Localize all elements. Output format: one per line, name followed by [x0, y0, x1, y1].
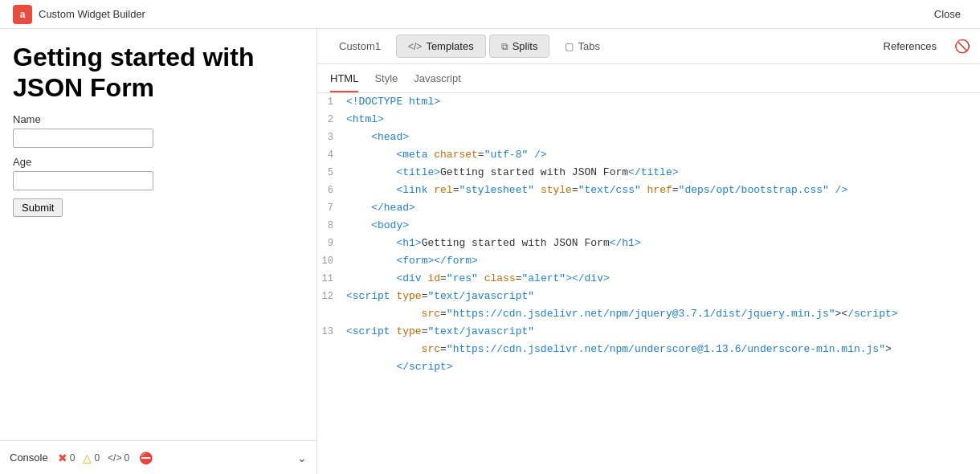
tab-splits-label: Splits	[512, 40, 538, 52]
line-content: <script type="text/javascript" src="http…	[346, 323, 980, 376]
tab-tabs-label: Tabs	[578, 40, 599, 52]
preview-title: Getting started with JSON Form	[13, 42, 304, 104]
preview-title-line2: JSON Form	[13, 73, 154, 102]
code-line-9: 9 <h1>Getting started with JSON Form</h1…	[317, 235, 980, 252]
line-content: <meta charset="utf-8" />	[346, 146, 980, 164]
code-line-5: 5 <title>Getting started with JSON Form<…	[317, 164, 980, 182]
sub-tab-bar: HTML Style Javascript	[317, 64, 980, 93]
app-icon-label: a	[20, 9, 26, 20]
code-line-7: 7 </head>	[317, 199, 980, 217]
chevron-down-icon: ⌄	[297, 452, 307, 464]
tab-splits[interactable]: ⧉ Splits	[489, 35, 550, 58]
line-content: <html>	[346, 111, 980, 129]
line-content: <title>Getting started with JSON Form</t…	[346, 164, 980, 182]
line-content: <body>	[346, 217, 980, 235]
sub-tab-html[interactable]: HTML	[330, 72, 358, 92]
top-bar: a Custom Widget Builder Close	[0, 0, 980, 29]
tab-custom1-label: Custom1	[339, 40, 381, 52]
name-input[interactable]	[13, 129, 153, 148]
line-content: <h1>Getting started with JSON Form</h1>	[346, 235, 980, 252]
console-label: Console	[10, 452, 48, 464]
error-indicator: ✖ 0	[58, 452, 76, 464]
tabs-icon: ▢	[565, 41, 574, 52]
warning-count: 0	[94, 452, 100, 464]
code-line-2: 2<html>	[317, 111, 980, 129]
tab-templates-label: Templates	[426, 40, 473, 52]
code-line-12: 12<script type="text/javascript" src="ht…	[317, 288, 980, 323]
code-line-13: 13<script type="text/javascript" src="ht…	[317, 323, 980, 376]
code-line-10: 10 <form></form>	[317, 252, 980, 270]
left-panel: Getting started with JSON Form Name Age …	[0, 29, 317, 474]
name-label: Name	[13, 113, 304, 125]
tab-tabs[interactable]: ▢ Tabs	[553, 35, 611, 58]
main-layout: Getting started with JSON Form Name Age …	[0, 29, 980, 474]
tab-custom1[interactable]: Custom1	[327, 35, 393, 58]
code-editor: 1<!DOCTYPE html>2<html>3 <head>4 <meta c…	[317, 93, 980, 474]
code-line-3: 3 <head>	[317, 129, 980, 146]
app-title: Custom Widget Builder	[39, 8, 145, 20]
error-dot-icon: ✖	[58, 452, 67, 464]
warning-dot-icon: △	[83, 452, 92, 464]
console-indicators: ✖ 0 △ 0 </> 0	[58, 452, 129, 464]
code-line-4: 4 <meta charset="utf-8" />	[317, 146, 980, 164]
close-button[interactable]: Close	[928, 5, 967, 23]
line-content: <script type="text/javascript" src="http…	[346, 288, 980, 323]
eye-off-icon[interactable]: 🚫	[954, 39, 970, 54]
age-label: Age	[13, 156, 304, 168]
line-number: 6	[317, 182, 346, 199]
line-number: 8	[317, 217, 346, 235]
line-content: <link rel="stylesheet" style="text/css" …	[346, 182, 980, 199]
code-indicator: </> 0	[108, 452, 129, 464]
line-content: <form></form>	[346, 252, 980, 270]
line-number: 1	[317, 93, 346, 111]
submit-button[interactable]: Submit	[13, 198, 63, 217]
line-number: 7	[317, 199, 346, 217]
line-number: 4	[317, 146, 346, 164]
line-number: 10	[317, 252, 346, 270]
line-content: <!DOCTYPE html>	[346, 93, 980, 111]
line-content: <div id="res" class="alert"></div>	[346, 270, 980, 288]
references-tab[interactable]: References	[876, 35, 945, 57]
preview-title-line1: Getting started with	[13, 43, 254, 72]
warning-indicator: △ 0	[83, 452, 100, 464]
line-number: 9	[317, 235, 346, 252]
code-line-6: 6 <link rel="stylesheet" style="text/css…	[317, 182, 980, 199]
line-number: 5	[317, 164, 346, 182]
tab-templates[interactable]: </> Templates	[396, 35, 486, 58]
code-line-8: 8 <body>	[317, 217, 980, 235]
console-bar: Console ✖ 0 △ 0 </> 0 ⛔ ⌄	[0, 440, 316, 474]
sub-tab-javascript[interactable]: Javascript	[414, 72, 461, 92]
sub-tab-style[interactable]: Style	[374, 72, 398, 92]
code-icon: </>	[108, 452, 121, 464]
tab-bar: Custom1 </> Templates ⧉ Splits ▢ Tabs Re…	[317, 29, 980, 64]
line-number: 3	[317, 129, 346, 146]
preview-area: Getting started with JSON Form Name Age …	[0, 29, 316, 440]
line-number: 2	[317, 111, 346, 129]
line-content: </head>	[346, 199, 980, 217]
code-count: 0	[124, 452, 129, 464]
code-line-11: 11 <div id="res" class="alert"></div>	[317, 270, 980, 288]
error-count: 0	[70, 452, 76, 464]
console-circle-icon: ⛔	[139, 452, 153, 464]
line-number: 12	[317, 288, 346, 305]
top-bar-left: a Custom Widget Builder	[13, 5, 145, 24]
code-line-1: 1<!DOCTYPE html>	[317, 93, 980, 111]
splits-icon: ⧉	[501, 41, 508, 52]
templates-icon: </>	[408, 41, 422, 52]
app-icon: a	[13, 5, 32, 24]
age-input[interactable]	[13, 171, 153, 190]
line-content: <head>	[346, 129, 980, 146]
line-number: 11	[317, 270, 346, 288]
line-number: 13	[317, 323, 346, 341]
right-panel: Custom1 </> Templates ⧉ Splits ▢ Tabs Re…	[317, 29, 980, 474]
